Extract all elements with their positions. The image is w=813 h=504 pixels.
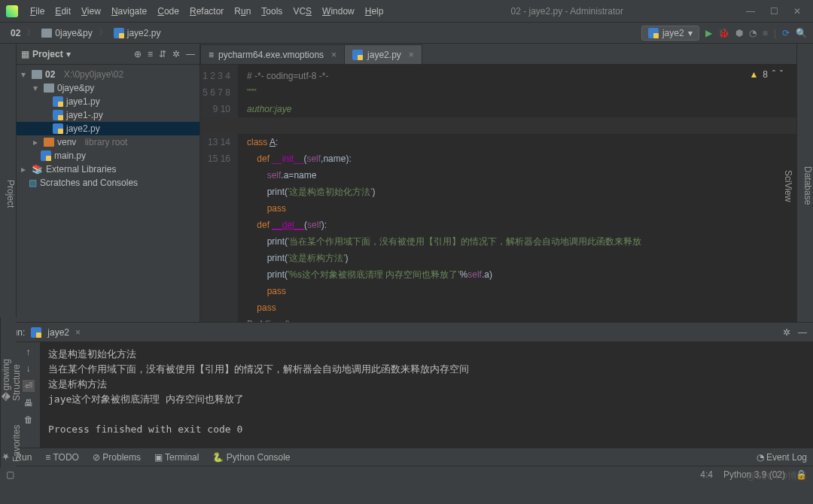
library-icon: 📚 bbox=[32, 164, 43, 175]
tab-favorites[interactable]: ★ Favorites bbox=[1, 414, 17, 462]
close-run-tab[interactable]: × bbox=[75, 327, 81, 338]
gear-icon[interactable]: ✲ bbox=[783, 327, 790, 338]
run-output[interactable]: 这是构造初始化方法 当在某个作用域下面，没有被使用【引用】的情况下，解析器会自动… bbox=[41, 342, 813, 448]
status-bar: ▢ 4:4 Python 3.9 (02) 🔒 bbox=[0, 466, 813, 482]
window-controls: — ☐ ✕ bbox=[746, 6, 807, 17]
folder-icon bbox=[44, 138, 54, 147]
tab-problems[interactable]: ⊘ Problems bbox=[93, 452, 141, 463]
tree-venv[interactable]: ▸ venv library root bbox=[17, 135, 199, 149]
project-pane: ▦ Project ▾ ⊕ ≡ ⇵ ✲ — ▾ 02 X:\0py0jaye\0… bbox=[17, 44, 200, 322]
tree-file[interactable]: main.py bbox=[17, 149, 199, 162]
main-menu: File Edit View Navigate Code Refactor Ru… bbox=[26, 4, 388, 19]
tree-file-selected[interactable]: jaye2.py bbox=[17, 122, 199, 135]
print-icon[interactable]: 🖶 bbox=[24, 398, 33, 408]
collapse-icon[interactable]: ⇵ bbox=[159, 49, 166, 59]
project-pane-header: ▦ Project ▾ ⊕ ≡ ⇵ ✲ — bbox=[17, 44, 199, 65]
search-button[interactable]: 🔍 bbox=[796, 28, 807, 38]
code-area[interactable]: 1 2 3 4 5 6 7 8 9 10 11 12 13 14 15 16 #… bbox=[200, 65, 796, 322]
locate-icon[interactable]: ⊕ bbox=[134, 49, 142, 59]
menu-help[interactable]: Help bbox=[361, 4, 388, 19]
run-config-selector[interactable]: jaye2 ▾ bbox=[641, 26, 699, 41]
tree-scratches[interactable]: ▧ Scratches and Consoles bbox=[17, 176, 199, 190]
profile-button[interactable]: ◔ bbox=[749, 28, 757, 38]
run-panel: Run: jaye2 × ✲— ▶ ✖ ▥ ⇲ 📌 ↑ ↓ ⏎ 🖶 🗑 这是构造… bbox=[0, 322, 813, 448]
python-file-icon bbox=[114, 28, 124, 38]
menu-edit[interactable]: Edit bbox=[50, 4, 75, 19]
close-tab-icon[interactable]: × bbox=[409, 50, 414, 60]
python-file-icon bbox=[53, 110, 63, 120]
python-file-icon bbox=[41, 150, 51, 161]
breadcrumb-folder[interactable]: 0jaye&py bbox=[37, 26, 96, 40]
menu-tools[interactable]: Tools bbox=[257, 4, 287, 19]
project-tree[interactable]: ▾ 02 X:\0py0jaye\02 ▾ 0jaye&py jaye1.py … bbox=[17, 65, 199, 322]
tab-todo[interactable]: ≡ TODO bbox=[45, 452, 79, 463]
folder-icon bbox=[44, 83, 54, 93]
left-gutter: Project bbox=[0, 44, 17, 322]
file-icon: ≡ bbox=[209, 50, 214, 60]
right-gutter: Database SciView bbox=[796, 44, 813, 322]
status-icon[interactable]: ▢ bbox=[6, 469, 14, 480]
python-file-icon bbox=[352, 50, 363, 60]
folder-icon bbox=[41, 29, 52, 38]
menu-code[interactable]: Code bbox=[153, 4, 184, 19]
minimize-button[interactable]: — bbox=[746, 6, 755, 17]
tree-file[interactable]: jaye1-.py bbox=[17, 108, 199, 122]
menu-window[interactable]: Window bbox=[318, 4, 359, 19]
tree-folder[interactable]: ▾ 0jaye&py bbox=[17, 81, 199, 95]
tab-project-vertical[interactable]: Project bbox=[5, 180, 16, 208]
settings-icon[interactable]: ✲ bbox=[172, 49, 180, 59]
down-icon[interactable]: ↓ bbox=[26, 363, 31, 374]
chevron-down-icon: ▾ bbox=[688, 28, 693, 38]
expand-icon[interactable]: ≡ bbox=[148, 49, 153, 59]
debug-button[interactable]: 🐞 bbox=[718, 28, 729, 38]
tab-terminal[interactable]: ▣ Terminal bbox=[154, 452, 199, 463]
hide-icon[interactable]: — bbox=[186, 49, 195, 59]
breadcrumbs: 02 〉 0jaye&py 〉 jaye2.py bbox=[6, 26, 165, 40]
cursor-position[interactable]: 4:4 bbox=[700, 469, 713, 480]
watermark: @51CTO博客 bbox=[746, 469, 807, 483]
project-icon: ▦ bbox=[21, 49, 29, 59]
wrap-icon[interactable]: ⏎ bbox=[23, 380, 35, 392]
close-button[interactable]: ✕ bbox=[793, 6, 801, 17]
code-lines[interactable]: # -*- coding=utf-8 -*- """ author:jaye "… bbox=[238, 65, 796, 322]
breadcrumb-root[interactable]: 02 bbox=[6, 26, 25, 40]
python-file-icon bbox=[53, 96, 63, 107]
run-tab[interactable]: jaye2 bbox=[47, 327, 69, 338]
title-bar: File Edit View Navigate Code Refactor Ru… bbox=[0, 0, 813, 23]
run-button[interactable]: ▶ bbox=[705, 28, 712, 38]
editor-tab[interactable]: ≡pycharm64.exe.vmoptions× bbox=[200, 44, 345, 64]
tree-file[interactable]: jaye1.py bbox=[17, 95, 199, 108]
menu-navigate[interactable]: Navigate bbox=[107, 4, 151, 19]
tree-external[interactable]: ▸📚 External Libraries bbox=[17, 162, 199, 176]
navigation-bar: 02 〉 0jaye&py 〉 jaye2.py jaye2 ▾ ▶ 🐞 ⬢ ◔… bbox=[0, 23, 813, 44]
tree-root[interactable]: ▾ 02 X:\0py0jaye\02 bbox=[17, 68, 199, 81]
hide-run-icon[interactable]: — bbox=[798, 327, 807, 338]
line-gutter: 1 2 3 4 5 6 7 8 9 10 11 12 13 14 15 16 bbox=[200, 65, 238, 322]
editor-tab-active[interactable]: jaye2.py× bbox=[344, 44, 422, 64]
inspection-widget[interactable]: ▲8ˆˇ bbox=[749, 69, 783, 80]
maximize-button[interactable]: ☐ bbox=[770, 6, 778, 17]
app-logo-icon bbox=[6, 5, 18, 17]
menu-refactor[interactable]: Refactor bbox=[185, 4, 228, 19]
up-icon[interactable]: ↑ bbox=[26, 347, 31, 357]
breadcrumb-file[interactable]: jaye2.py bbox=[109, 26, 166, 40]
update-button[interactable]: ⟳ bbox=[782, 28, 790, 38]
coverage-button[interactable]: ⬢ bbox=[735, 28, 743, 38]
python-file-icon bbox=[31, 327, 41, 338]
tab-structure[interactable]: �growing Structure bbox=[1, 323, 17, 401]
trash-icon[interactable]: 🗑 bbox=[24, 414, 33, 425]
menu-run[interactable]: Run bbox=[230, 4, 255, 19]
bottom-bar: ▶ Run ≡ TODO ⊘ Problems ▣ Terminal 🐍 Pyt… bbox=[0, 448, 813, 466]
tab-database[interactable]: Database bbox=[802, 50, 813, 322]
menu-vcs[interactable]: VCS bbox=[288, 4, 316, 19]
editor: ≡pycharm64.exe.vmoptions× jaye2.py× 1 2 … bbox=[200, 44, 796, 322]
stop-button[interactable]: ■ bbox=[763, 28, 768, 38]
left-side-tabs: ★ Favorites �growing Structure bbox=[0, 317, 17, 468]
close-tab-icon[interactable]: × bbox=[331, 50, 336, 60]
menu-file[interactable]: File bbox=[26, 4, 49, 19]
editor-tabs: ≡pycharm64.exe.vmoptions× jaye2.py× bbox=[200, 44, 796, 65]
event-log[interactable]: ◔ Event Log bbox=[757, 452, 807, 463]
folder-icon bbox=[32, 70, 42, 79]
menu-view[interactable]: View bbox=[77, 4, 105, 19]
tab-python-console[interactable]: 🐍 Python Console bbox=[212, 452, 290, 463]
